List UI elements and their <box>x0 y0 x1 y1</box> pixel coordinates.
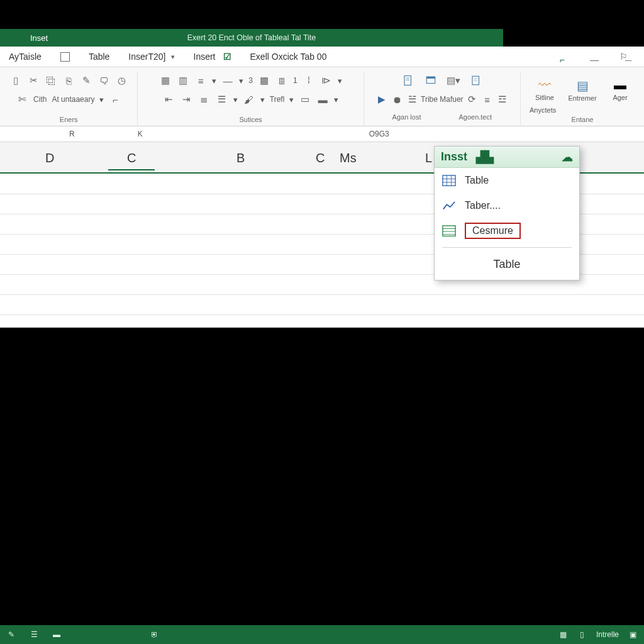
ribbon-label-tribe: Tribe Mafuer <box>421 95 464 104</box>
ribbon: ▯ ✂ ⿻ ⎘ ✎ 🗨 ◷ ✄ Cith At untaaeary ▾ ⌐ En… <box>0 67 644 126</box>
tabstrip-item-2-label: InserT20] <box>128 52 165 62</box>
block-icon: ▬ <box>614 78 626 92</box>
btn-entremer[interactable]: ▤ Entremer <box>564 71 601 106</box>
icon-brush2[interactable]: 🖌 <box>243 93 255 106</box>
ribbon-caption-entane: Entane <box>572 116 594 123</box>
icon-align[interactable]: ≣ <box>198 93 211 106</box>
spreadsheet-icon <box>442 225 456 237</box>
icon-indent-dec[interactable]: ⇤ <box>163 93 175 106</box>
icon-paste[interactable]: ⎘ <box>62 74 75 87</box>
sparkline-icon: 〰 <box>538 78 551 92</box>
tabstrip-item-1[interactable]: Table <box>84 47 114 67</box>
minimize-icon[interactable]: — <box>590 55 599 65</box>
restore-icon[interactable]: ⌐ <box>560 55 565 65</box>
icon-cut[interactable]: ✂ <box>27 74 40 87</box>
page-view-icon[interactable]: ▯ <box>577 630 587 640</box>
icon-bracket[interactable]: 𝄔 <box>303 74 315 87</box>
app-root: Inset Exert 20 Enct Oble of Tableal Tal … <box>0 0 644 644</box>
grid-view-icon[interactable]: ▦ <box>558 630 569 640</box>
btn-ager[interactable]: ▬ Ager <box>601 71 639 106</box>
tabstrip-item-4[interactable]: Exell Oxcick Tab 00 <box>245 47 332 67</box>
window-title: Exert 20 Enct Oble of Tableal Tal Tite <box>187 33 316 42</box>
dropdown-header: Insst ▟▙ ☁ <box>435 147 579 168</box>
col-b[interactable]: B <box>236 151 245 165</box>
icon-record[interactable]: ⏺ <box>391 93 403 106</box>
icon-text[interactable]: ▬ <box>316 93 329 106</box>
svg-rect-0 <box>404 76 411 86</box>
icon-sheet[interactable]: 🗏 <box>275 74 288 87</box>
ribbon-group-agan: ▤▾ ▶ ⏺ ☱ Tribe Mafuer ⟳ ≡ ☲ Agan lost Ag… <box>364 71 521 126</box>
icon-dash[interactable]: — <box>221 74 234 87</box>
tabstrip-checkbox[interactable] <box>55 47 75 67</box>
tabstrip-item-2[interactable]: InserT20]▾ <box>123 47 179 67</box>
col-ms[interactable]: Ms <box>340 151 357 165</box>
icon-list[interactable]: ≡ <box>194 74 207 87</box>
col-l[interactable]: L <box>425 151 432 165</box>
icon-ab[interactable]: ▭ <box>299 93 311 106</box>
icon-columns[interactable]: ▥ <box>177 74 189 87</box>
tabstrip-item-1-label: Table <box>89 52 109 62</box>
icon-page[interactable] <box>399 72 417 89</box>
icon-paneldd[interactable]: ▤▾ <box>445 72 462 89</box>
icon-note[interactable] <box>467 72 485 89</box>
svg-rect-4 <box>426 77 435 79</box>
dropdown-footer[interactable]: Table <box>435 252 579 280</box>
number-3: 3 <box>248 76 253 85</box>
col-c-active[interactable]: C <box>108 151 155 170</box>
list-icon[interactable]: ☰ <box>29 630 39 640</box>
tabstrip-item-3[interactable]: Insert ☑ <box>189 47 236 67</box>
svg-rect-1 <box>406 78 409 79</box>
dropdown-item-table[interactable]: Table <box>435 168 579 193</box>
dropdown-item-taber[interactable]: Taber.... <box>435 193 579 218</box>
svg-rect-8 <box>443 175 455 186</box>
shield-icon[interactable]: ⛨ <box>150 630 160 640</box>
ribbon-group-entane: 〰 Sitline ▤ Entremer ▬ Ager Anyctets Ent… <box>521 71 644 126</box>
tabstrip-item-0[interactable]: AyTaisle <box>4 47 47 67</box>
svg-rect-2 <box>406 80 409 80</box>
ribbon-group-eners: ▯ ✂ ⿻ ⎘ ✎ 🗨 ◷ ✄ Cith At untaaeary ▾ ⌐ En… <box>0 71 138 126</box>
col-c2[interactable]: C <box>316 151 325 165</box>
icon-table[interactable]: ▦ <box>159 74 172 87</box>
status-bar: ✎ ☰ ▬ ⛨ ▦ ▯ Intrelle ▣ <box>0 625 644 644</box>
ribbon-caption-agoen: Agoen.tect <box>458 113 492 121</box>
icon-corner[interactable]: ⌐ <box>109 93 121 106</box>
icon-just2[interactable]: ☲ <box>496 93 509 106</box>
maximize-icon[interactable]: ⸺ <box>624 55 633 65</box>
layout-icon[interactable]: ▣ <box>628 630 638 640</box>
ribbon-caption-agan: Agan lost <box>392 113 421 121</box>
tab-insert[interactable]: Inset <box>24 29 54 47</box>
icon-doc[interactable]: ▯ <box>9 74 22 87</box>
icon-copy[interactable]: ⿻ <box>45 74 57 87</box>
dropdown-separator <box>442 247 572 248</box>
icon-panel[interactable] <box>422 72 440 89</box>
ribbon-caption-eners: Eners <box>60 116 78 123</box>
icon-clock[interactable]: ◷ <box>115 74 128 87</box>
icon-menu[interactable]: ☰ <box>216 93 228 106</box>
window-controls: ⌐ — ⸺ <box>512 53 644 67</box>
tabstrip-item-0-label: AyTaisle <box>9 52 42 62</box>
icon-indent-inc[interactable]: ⇥ <box>180 93 193 106</box>
status-label: Intrelle <box>596 630 619 639</box>
top-black-area <box>0 0 644 29</box>
icon-play[interactable]: ▶ <box>375 93 388 106</box>
dropdown-item-cesmure[interactable]: Cesmure <box>435 218 579 243</box>
icon-scissor2[interactable]: ✄ <box>16 93 28 106</box>
edit-icon[interactable]: ✎ <box>6 630 16 640</box>
icon-arrowbox[interactable]: ⧐ <box>320 74 333 87</box>
col-d[interactable]: D <box>45 151 54 165</box>
icon-grid[interactable]: ▩ <box>258 74 270 87</box>
ribbon-label-cith: Cith <box>33 95 47 104</box>
icon-chat[interactable]: 🗨 <box>97 74 110 87</box>
dash-icon[interactable]: ▬ <box>52 630 62 640</box>
slicer-icon: ▤ <box>577 78 589 93</box>
formula-value[interactable]: O9G3 <box>369 130 389 138</box>
dropdown-header-label: Insst <box>441 150 467 164</box>
icon-refresh[interactable]: ⟳ <box>466 93 479 106</box>
btn-sitline[interactable]: 〰 Sitline <box>526 71 564 106</box>
cloud-up-icon: ☁ <box>562 150 573 164</box>
namebox[interactable]: R <box>69 130 75 138</box>
tab-insert-label: Inset <box>30 33 48 43</box>
icon-just[interactable]: ≡ <box>481 93 494 106</box>
icon-layers[interactable]: ☱ <box>406 93 418 106</box>
icon-brush[interactable]: ✎ <box>80 74 92 87</box>
